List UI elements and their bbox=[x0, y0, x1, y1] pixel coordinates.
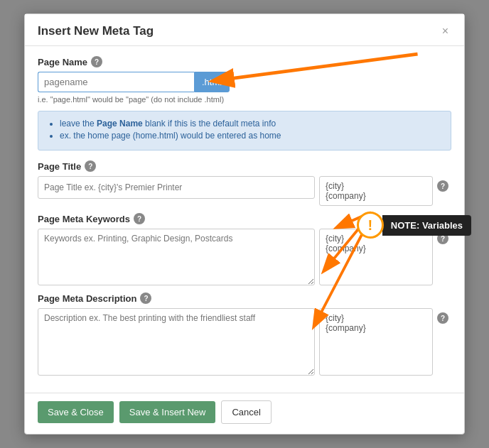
page-meta-keywords-help-icon[interactable]: ? bbox=[134, 213, 145, 224]
cancel-button[interactable]: Cancel bbox=[221, 400, 271, 424]
page-meta-description-help-icon[interactable]: ? bbox=[140, 293, 151, 304]
page-meta-keywords-section: Page Meta Keywords ? {city}{company} ? bbox=[38, 213, 451, 285]
page-meta-description-label: Page Meta Description ? bbox=[38, 293, 451, 304]
page-meta-description-var-box: {city}{company} bbox=[319, 308, 433, 376]
modal-footer: Save & Close Save & Insert New Cancel bbox=[25, 393, 464, 434]
html-badge: .html bbox=[194, 72, 230, 92]
page-name-help-icon[interactable]: ? bbox=[91, 56, 102, 67]
page-name-hint: i.e. "page.html" would be "page" (do not… bbox=[38, 95, 451, 104]
page-name-row: .html bbox=[38, 72, 451, 92]
page-meta-keywords-var-help-icon[interactable]: ? bbox=[437, 233, 448, 244]
page-title-var-help-icon[interactable]: ? bbox=[437, 180, 448, 192]
page-title-label: Page Title ? bbox=[38, 160, 451, 172]
page-title-section: Page Title ? {city}{company} ? bbox=[38, 160, 451, 206]
info-box: leave the Page Name blank if this is the… bbox=[38, 111, 451, 151]
save-close-button[interactable]: Save & Close bbox=[38, 401, 114, 423]
page-meta-keywords-input[interactable] bbox=[38, 229, 315, 285]
page-name-label: Page Name ? bbox=[38, 56, 451, 67]
save-insert-new-button[interactable]: Save & Insert New bbox=[119, 401, 216, 423]
info-item-1: leave the Page Name blank if this is the… bbox=[60, 119, 441, 129]
page-meta-keywords-var-box: {city}{company} bbox=[319, 229, 433, 285]
page-title-help-icon[interactable]: ? bbox=[85, 160, 96, 172]
page-meta-description-section: Page Meta Description ? {city}{company} … bbox=[38, 293, 451, 376]
page-meta-keywords-label: Page Meta Keywords ? bbox=[38, 213, 451, 224]
page-name-input[interactable] bbox=[38, 72, 194, 92]
close-button[interactable]: × bbox=[439, 25, 451, 38]
page-meta-description-input[interactable] bbox=[38, 308, 315, 376]
info-item-2: ex. the home page (home.html) would be e… bbox=[60, 131, 441, 141]
page-title-var-box: {city}{company} bbox=[319, 176, 433, 206]
page-meta-description-var-help-icon[interactable]: ? bbox=[437, 312, 448, 324]
page-title-input[interactable] bbox=[38, 176, 315, 199]
modal-title: Insert New Meta Tag bbox=[38, 24, 154, 38]
